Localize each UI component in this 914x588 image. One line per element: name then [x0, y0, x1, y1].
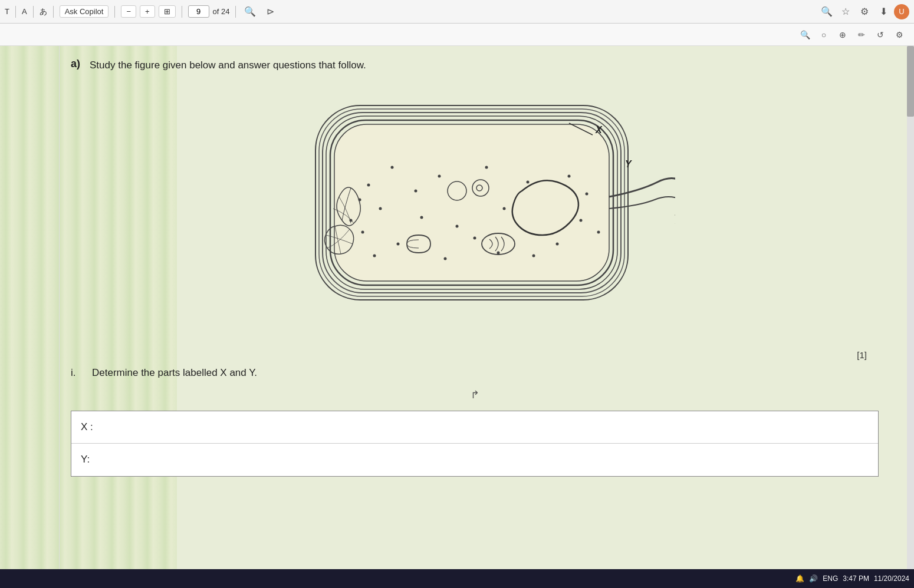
taskbar-notification: 🔔	[795, 574, 804, 583]
taskbar: 🔔 🔊 ENG 3:47 PM 11/20/2024	[0, 569, 914, 588]
answer-box: X : Y:	[71, 411, 879, 477]
diagram-container: X Y	[71, 91, 879, 338]
svg-point-23	[474, 236, 476, 239]
download-icon[interactable]: ⬇	[875, 4, 892, 20]
taskbar-lang: ENG	[823, 574, 838, 583]
svg-point-33	[373, 254, 376, 257]
divider-3	[53, 6, 54, 18]
fit-page-button[interactable]: ⊞	[159, 5, 176, 18]
sub-question-text: Determine the parts labelled X and Y.	[92, 367, 257, 379]
svg-point-36	[497, 251, 500, 254]
svg-text:X: X	[595, 125, 603, 135]
sub-question-i: i. Determine the parts labelled X and Y.	[71, 367, 879, 379]
settings-icon[interactable]: ⚙	[856, 4, 873, 20]
toolbar-font-a: A	[22, 7, 27, 16]
question-label: a)	[71, 58, 80, 70]
answer-y-label: Y:	[81, 454, 110, 465]
svg-point-18	[527, 180, 530, 183]
svg-text:Y: Y	[625, 159, 632, 169]
search-icon-2[interactable]: 🔍	[797, 27, 813, 42]
scrollbar-thumb[interactable]	[907, 46, 914, 117]
answer-row-y: Y:	[71, 444, 878, 476]
svg-point-14	[438, 174, 441, 177]
taskbar-time: 3:47 PM	[843, 574, 869, 583]
svg-point-21	[361, 230, 364, 233]
divider-5	[182, 6, 182, 18]
svg-point-17	[503, 207, 506, 210]
zoom-out-button[interactable]: −	[121, 5, 136, 18]
profile-icon[interactable]: U	[894, 4, 909, 19]
svg-point-16	[485, 166, 488, 169]
svg-point-35	[532, 254, 535, 257]
comment-icon[interactable]: ○	[816, 27, 831, 42]
svg-point-40	[476, 185, 482, 191]
top-toolbar: T A あ Ask Copilot − + ⊞ of 24 🔍 ⊳ 🔍 ☆ ⚙ …	[0, 0, 914, 24]
navigate-button[interactable]: ⊳	[262, 4, 278, 20]
svg-point-27	[456, 224, 459, 227]
toolbar-t-icon: T	[5, 7, 9, 16]
answer-row-x: X :	[71, 411, 878, 444]
svg-point-20	[568, 174, 571, 177]
zoom-in-button[interactable]: +	[140, 5, 155, 18]
sub-question-label: i.	[71, 367, 83, 379]
divider-1	[15, 6, 16, 18]
svg-point-34	[597, 230, 600, 233]
star-icon[interactable]: ☆	[837, 4, 854, 20]
svg-point-13	[379, 207, 382, 210]
rotate-icon[interactable]: ↺	[873, 27, 888, 42]
page-number-input[interactable]	[188, 5, 209, 18]
secondary-toolbar: 🔍 ○ ⊕ ✏ ↺ ⚙	[0, 24, 914, 46]
divider-6	[235, 6, 236, 18]
pencil-icon[interactable]: ✏	[854, 27, 869, 42]
cell-diagram: X Y	[274, 91, 675, 338]
question-text: Study the figure given below and answer …	[90, 58, 366, 73]
svg-point-38	[448, 181, 466, 200]
divider-2	[33, 6, 34, 18]
svg-point-26	[420, 216, 423, 219]
svg-point-12	[415, 189, 417, 192]
divider-4	[114, 6, 115, 18]
answer-x-label: X :	[81, 421, 110, 433]
svg-point-10	[367, 183, 370, 186]
settings-icon-2[interactable]: ⚙	[892, 27, 907, 42]
bookmark-icon[interactable]: ⊕	[835, 27, 850, 42]
svg-point-30	[586, 192, 588, 195]
scrollbar[interactable]	[907, 46, 914, 588]
ask-copilot-button[interactable]: Ask Copilot	[60, 5, 109, 18]
toolbar-right-icons: 🔍 ☆ ⚙ ⬇ U	[818, 4, 909, 20]
svg-point-11	[391, 166, 394, 169]
marks-badge: [1]	[71, 350, 879, 360]
page-of-text: of 24	[213, 7, 230, 16]
svg-point-31	[556, 242, 559, 245]
svg-point-37	[444, 257, 447, 260]
main-content: a) Study the figure given below and answ…	[0, 46, 914, 588]
taskbar-volume: 🔊	[809, 574, 818, 583]
toolbar2-right: 🔍 ○ ⊕ ✏ ↺ ⚙	[797, 27, 907, 42]
taskbar-date: 11/20/2024	[874, 574, 909, 583]
search-icon-right[interactable]: 🔍	[818, 4, 835, 20]
svg-point-22	[397, 242, 400, 245]
search-button[interactable]: 🔍	[242, 4, 258, 20]
svg-point-25	[580, 219, 583, 222]
toolbar-font-az: あ	[40, 6, 47, 17]
taskbar-right: 🔔 🔊 ENG 3:47 PM 11/20/2024	[795, 574, 909, 583]
